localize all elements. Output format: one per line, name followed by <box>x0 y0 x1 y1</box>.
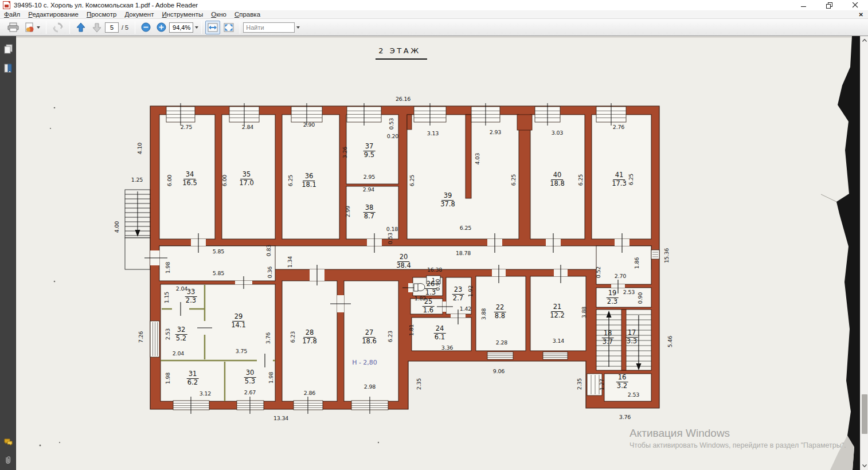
menu-item-4[interactable]: Документ <box>120 11 158 18</box>
menu-item-5[interactable]: Инструменты <box>158 11 207 18</box>
menu-item-7[interactable]: Справка <box>230 11 264 18</box>
toolbar: / 5 94,4% <box>0 19 868 36</box>
chevron-up-icon <box>862 39 867 42</box>
create-pdf-button[interactable] <box>22 21 42 34</box>
fit-width-button[interactable] <box>205 21 220 34</box>
title-bar: 39495-10 с. Хороль ул. Комсомольская 1.p… <box>0 0 868 10</box>
toolbar-separator <box>69 21 70 34</box>
zoom-out-icon <box>141 22 151 32</box>
attachments-paperclip-icon[interactable] <box>3 455 13 465</box>
menu-bar: ФайлРедактированиеПросмотрДокументИнстру… <box>0 10 868 19</box>
menu-item-1[interactable]: Файл <box>0 11 24 18</box>
fit-page-icon <box>224 23 234 32</box>
page-thumbnails-icon[interactable] <box>3 44 13 54</box>
navigation-sidebar <box>0 36 16 470</box>
minimize-button[interactable] <box>791 0 816 10</box>
down-arrow-icon <box>92 22 102 33</box>
zoom-level-value[interactable]: 94,4% <box>169 22 193 33</box>
share-icon <box>52 22 64 33</box>
find-dropdown[interactable] <box>296 26 300 29</box>
comments-icon[interactable] <box>3 437 13 447</box>
menu-item-6[interactable]: Окно <box>207 11 230 18</box>
share-button-disabled[interactable] <box>50 21 66 34</box>
zoom-level-label: 94,4% <box>173 24 190 31</box>
vertical-scrollbar[interactable] <box>860 36 868 470</box>
menu-item-3[interactable]: Просмотр <box>83 11 121 18</box>
page-number-input[interactable] <box>105 22 119 33</box>
create-pdf-icon <box>25 22 35 33</box>
toolbar-separator <box>201 21 202 34</box>
restore-button[interactable] <box>816 0 842 10</box>
chevron-down-icon <box>862 464 867 467</box>
zoom-in-icon <box>157 22 166 32</box>
bookmarks-icon[interactable] <box>3 64 13 73</box>
print-button[interactable] <box>5 21 21 34</box>
create-pdf-dropdown[interactable] <box>37 26 40 29</box>
scroll-up-button[interactable] <box>861 36 868 45</box>
menu-item-2[interactable]: Редактирование <box>24 11 83 18</box>
scrollbar-thumb[interactable] <box>862 394 867 434</box>
up-arrow-icon <box>76 22 86 33</box>
floor-plan <box>16 36 860 470</box>
adobe-reader-icon <box>3 1 10 9</box>
fit-page-button[interactable] <box>221 21 236 34</box>
zoom-out-button[interactable] <box>139 21 153 34</box>
next-page-button[interactable] <box>89 21 104 34</box>
previous-page-button[interactable] <box>73 21 88 34</box>
scroll-down-button[interactable] <box>861 461 868 470</box>
zoom-dropdown[interactable] <box>195 26 198 29</box>
printer-icon <box>7 22 19 32</box>
toolbar-separator <box>135 21 135 34</box>
window-title: 39495-10 с. Хороль ул. Комсомольская 1.p… <box>14 2 198 9</box>
close-button[interactable] <box>842 0 868 10</box>
page-total-label: / 5 <box>122 24 128 31</box>
close-document-icon[interactable]: ✕ <box>859 11 863 18</box>
toolbar-separator <box>46 21 46 34</box>
find-input[interactable] <box>243 22 295 33</box>
zoom-in-button[interactable] <box>154 21 169 34</box>
document-area: 2 ЭТАЖ Н - 2,80 3416.53517.03618.1379.53… <box>16 36 860 470</box>
toolbar-separator <box>240 21 240 34</box>
fit-width-icon <box>208 23 218 32</box>
